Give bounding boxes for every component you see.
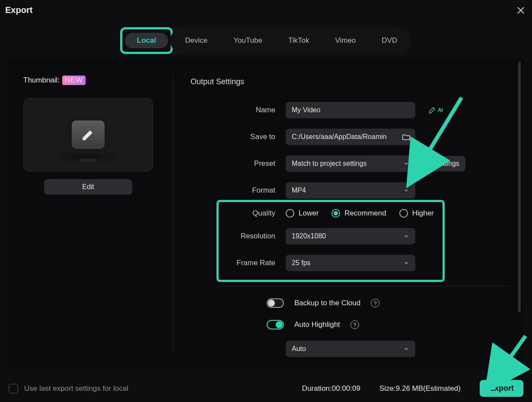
bottom-bar: Use last export settings for local Durat… [9, 380, 523, 397]
radio-icon [399, 209, 408, 218]
backup-cloud-label: Backup to the Cloud [294, 299, 360, 307]
tab-dvd[interactable]: DVD [370, 33, 409, 48]
ai-rename-button[interactable]: AI [428, 106, 443, 114]
tab-bar: Local Device YouTube TikTok Vimeo DVD [0, 17, 532, 57]
saveto-input[interactable] [286, 129, 415, 145]
quality-label: Quality [191, 209, 286, 218]
quality-radio-group: Lower Recommend Higher [286, 209, 434, 218]
export-button[interactable]: Export [480, 380, 523, 397]
new-badge: NEW [62, 76, 86, 85]
quality-recommend[interactable]: Recommend [331, 209, 386, 218]
framerate-label: Frame Rate [191, 259, 286, 267]
edit-pencil-icon [72, 120, 105, 149]
close-icon[interactable] [516, 6, 525, 15]
tab-vimeo[interactable]: Vimeo [323, 33, 368, 48]
thumbnail-preview[interactable] [23, 98, 153, 171]
resolution-label: Resolution [191, 232, 286, 241]
use-last-settings-label: Use last export settings for local [24, 384, 128, 393]
format-label: Format [191, 186, 286, 195]
help-icon[interactable]: ? [350, 320, 359, 329]
annotation-highlight-local-tab: Local [120, 27, 173, 54]
framerate-select[interactable]: 25 fps [286, 255, 415, 271]
name-input[interactable] [286, 102, 415, 118]
quality-lower-label: Lower [299, 209, 319, 218]
duration-text: Duration:00:00:09 [302, 384, 360, 393]
separator [217, 286, 510, 286]
export-panel: Thumbnail: NEW Edit Output Settings Name… [9, 57, 523, 369]
title-bar: Export [0, 0, 532, 17]
ai-label: AI [438, 107, 443, 113]
format-value: MP4 [292, 187, 306, 194]
thumbnail-label: Thumbnail: [23, 76, 60, 85]
use-last-settings-checkbox[interactable] [9, 384, 18, 393]
quality-recommend-label: Recommend [344, 209, 386, 218]
chevron-down-icon [403, 161, 409, 167]
preset-label: Preset [191, 159, 286, 168]
preset-value: Match to project settings [292, 160, 366, 168]
size-text: Size:9.26 MB(Estimated) [379, 384, 461, 393]
radio-icon [286, 209, 294, 218]
chevron-down-icon [403, 187, 409, 193]
output-settings-title: Output Settings [191, 77, 510, 86]
scrollbar-thumb[interactable] [518, 62, 521, 312]
chevron-down-icon [403, 260, 409, 266]
chevron-down-icon [403, 346, 409, 352]
resolution-value: 1920x1080 [292, 232, 326, 240]
preset-select[interactable]: Match to project settings [286, 155, 415, 172]
quality-higher[interactable]: Higher [399, 209, 434, 218]
chevron-down-icon [403, 233, 409, 239]
radio-icon [331, 209, 340, 218]
framerate-value: 25 fps [292, 259, 311, 267]
name-label: Name [191, 106, 286, 114]
dialog-title: Export [5, 5, 32, 15]
help-icon[interactable]: ? [371, 299, 379, 307]
saveto-label: Save to [191, 133, 286, 141]
output-settings: Output Settings Name AI Save to Preset [173, 57, 523, 369]
auto-mode-select[interactable]: Auto [286, 341, 415, 357]
quality-lower[interactable]: Lower [286, 209, 319, 218]
format-select[interactable]: MP4 [286, 182, 415, 199]
backup-cloud-toggle[interactable] [267, 298, 284, 308]
resolution-select[interactable]: 1920x1080 [286, 228, 415, 244]
edit-thumbnail-button[interactable]: Edit [44, 179, 132, 195]
tab-tiktok[interactable]: TikTok [276, 33, 322, 48]
auto-mode-value: Auto [292, 345, 306, 353]
tab-device[interactable]: Device [173, 33, 220, 48]
tab-youtube[interactable]: YouTube [221, 33, 274, 48]
thumbnail-column: Thumbnail: NEW Edit [9, 57, 173, 369]
quality-higher-label: Higher [412, 209, 434, 218]
preset-settings-button[interactable]: Settings [428, 156, 465, 171]
auto-highlight-toggle[interactable] [267, 320, 284, 329]
auto-highlight-label: Auto Highlight [294, 320, 340, 329]
tab-local[interactable]: Local [125, 33, 168, 48]
folder-icon[interactable] [401, 132, 411, 142]
